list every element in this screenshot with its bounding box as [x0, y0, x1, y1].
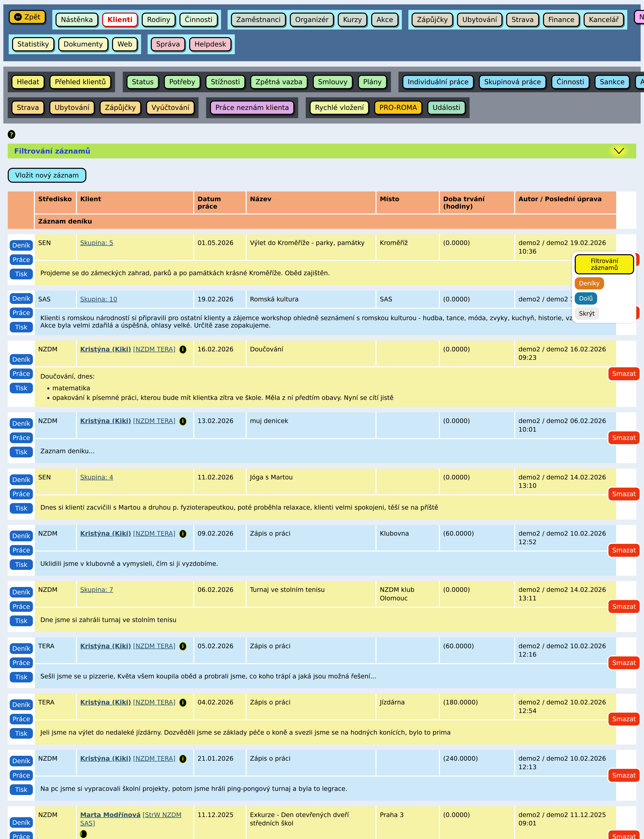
back-button[interactable]: ⇦Zpět [9, 10, 46, 24]
denik-button[interactable]: Deník [9, 353, 34, 366]
tisk-button[interactable]: Tisk [9, 727, 34, 740]
toolbar-button-zapujcky[interactable]: Zápůjčky [100, 100, 141, 115]
prace-button[interactable]: Práce [9, 306, 34, 319]
toolbar-button-hledat[interactable]: Hledat [12, 75, 44, 89]
client-program-link[interactable]: [NZDM TERA] [133, 642, 176, 650]
filter-records-bar[interactable]: Filtrování záznamů [8, 144, 636, 158]
prace-button[interactable]: Práce [9, 367, 34, 380]
client-program-link[interactable]: [NZDM TERA] [133, 755, 176, 762]
info-icon[interactable]: i [180, 418, 186, 425]
smazat-button[interactable]: Smazat [608, 831, 640, 839]
nav-button-akce[interactable]: Akce [371, 13, 399, 27]
toolbar-button-prehled-klientu[interactable]: Přehled klientů [49, 75, 111, 89]
smazat-button[interactable]: Smazat [608, 600, 640, 613]
denik-button[interactable]: Deník [9, 473, 34, 486]
nav-button-cinnosti[interactable]: Činnosti [179, 13, 218, 27]
smazat-button[interactable]: Smazat [608, 769, 640, 782]
info-icon[interactable]: i [80, 830, 87, 838]
smazat-button[interactable]: Smazat [608, 712, 640, 725]
smazat-button[interactable]: Smazat [608, 656, 640, 670]
tisk-button[interactable]: Tisk [9, 502, 34, 515]
popup-skryt-button[interactable]: Skrýt [575, 307, 599, 320]
toolbar-button-stiznosti[interactable]: Stížnosti [205, 75, 245, 89]
nav-button-strava[interactable]: Strava [506, 13, 539, 27]
tisk-button[interactable]: Tisk [9, 558, 34, 571]
insert-new-record-button[interactable]: Vložit nový záznam [8, 168, 87, 183]
toolbar-button-vyuctovani[interactable]: Vyúčtování [146, 100, 195, 115]
info-icon[interactable]: i [180, 345, 186, 354]
nav-button-web[interactable]: Web [112, 37, 138, 51]
toolbar-button-prace-neznam-klienta[interactable]: Práce neznám klienta [210, 100, 294, 115]
toolbar-button-cinnosti[interactable]: Činnosti [551, 75, 590, 89]
toolbar-button-akce[interactable]: Akce [635, 75, 644, 89]
client-name-link[interactable]: Kristýna (Kiki) [80, 642, 131, 650]
tisk-button[interactable]: Tisk [9, 671, 34, 684]
tisk-button[interactable]: Tisk [9, 268, 34, 280]
denik-button[interactable]: Deník [9, 642, 34, 655]
toolbar-button-plany[interactable]: Plány [358, 75, 387, 89]
prace-button[interactable]: Práce [9, 600, 34, 613]
denik-button[interactable]: Deník [9, 239, 34, 252]
nav-button-sprava[interactable]: Správa [151, 37, 185, 51]
client-name-link[interactable]: Kristýna (Kiki) [80, 755, 131, 762]
nav-button-rodiny[interactable]: Rodiny [142, 13, 176, 27]
toolbar-button-sankce[interactable]: Sankce [595, 75, 630, 89]
nav-button-kurzy[interactable]: Kurzy [338, 13, 368, 27]
prace-button[interactable]: Práce [9, 831, 34, 839]
tisk-button[interactable]: Tisk [9, 614, 34, 627]
smazat-button[interactable]: Smazat [608, 431, 640, 444]
denik-button[interactable]: Deník [9, 816, 34, 829]
toolbar-button-rychle-vlozeni[interactable]: Rychlé vložení [310, 100, 369, 115]
toolbar-button-smlouvy[interactable]: Smlouvy [313, 75, 353, 89]
nav-button-statistiky[interactable]: Statistiky [12, 37, 54, 51]
popup-dolu-button[interactable]: Dolů [575, 292, 597, 305]
toolbar-button-ubytovani[interactable]: Ubytování [49, 100, 95, 115]
tisk-button[interactable]: Tisk [9, 446, 34, 459]
denik-button[interactable]: Deník [9, 417, 34, 430]
client-program-link[interactable]: [NZDM TERA] [133, 417, 176, 424]
prace-button[interactable]: Práce [9, 769, 34, 782]
prace-button[interactable]: Práce [9, 713, 34, 725]
info-icon[interactable]: i [180, 699, 186, 707]
smazat-button[interactable]: Smazat [608, 544, 640, 557]
toolbar-button-individualni-prace[interactable]: Individuální práce [402, 75, 474, 89]
denik-button[interactable]: Deník [9, 530, 34, 542]
prace-button[interactable]: Práce [9, 431, 34, 444]
nav-button-nastenka[interactable]: Nástěnka [56, 13, 98, 27]
prace-button[interactable]: Práce [9, 488, 34, 500]
toolbar-button-potreby[interactable]: Potřeby [164, 75, 200, 89]
toolbar-button-zpetna-vazba[interactable]: Zpětná vazba [250, 75, 308, 89]
smazat-button[interactable]: Smazat [608, 367, 640, 380]
info-icon[interactable]: i [180, 530, 186, 538]
tisk-button[interactable]: Tisk [9, 382, 34, 395]
toolbar-button-skupinova-prace[interactable]: Skupinová práce [479, 75, 546, 89]
toolbar-button-status[interactable]: Status [127, 75, 159, 89]
popup-deniky-button[interactable]: Deníky [575, 277, 604, 290]
client-group-link[interactable]: Skupina: 10 [80, 296, 117, 303]
client-group-link[interactable]: Skupina: 5 [80, 239, 113, 247]
tisk-button[interactable]: Tisk [9, 783, 34, 796]
client-name-link[interactable]: Kristýna (Kiki) [80, 345, 131, 353]
nav-button-zapujcky[interactable]: Zápůjčky [412, 13, 453, 27]
nav-button-finance[interactable]: Finance [543, 13, 580, 27]
client-group-link[interactable]: Skupina: 7 [80, 586, 113, 593]
client-group-link[interactable]: Skupina: 4 [80, 474, 113, 481]
nav-button-organizer[interactable]: Organizér [290, 13, 334, 27]
tisk-button[interactable]: Tisk [9, 321, 34, 334]
client-name-link[interactable]: Marta Modřínová [80, 811, 141, 819]
prace-button[interactable]: Práce [9, 656, 34, 669]
denik-button[interactable]: Deník [9, 586, 34, 599]
client-name-link[interactable]: Kristýna (Kiki) [80, 530, 131, 537]
client-program-link[interactable]: [NZDM TERA] [133, 345, 176, 353]
nav-button-kancelar[interactable]: Kancelář [583, 13, 624, 27]
info-icon[interactable]: i [180, 755, 186, 763]
denik-button[interactable]: Deník [9, 698, 34, 711]
info-icon[interactable]: i [180, 643, 186, 650]
nav-button-navigace[interactable]: NAVIGACE [634, 10, 644, 24]
popup-filter-records-button[interactable]: Filtrování záznamů [575, 254, 634, 274]
denik-button[interactable]: Deník [9, 755, 34, 768]
client-name-link[interactable]: Kristýna (Kiki) [80, 417, 131, 424]
nav-button-dokumenty[interactable]: Dokumenty [58, 37, 108, 51]
nav-button-zamestnanci[interactable]: Zaměstnanci [231, 13, 286, 27]
smazat-button[interactable]: Smazat [608, 488, 640, 500]
